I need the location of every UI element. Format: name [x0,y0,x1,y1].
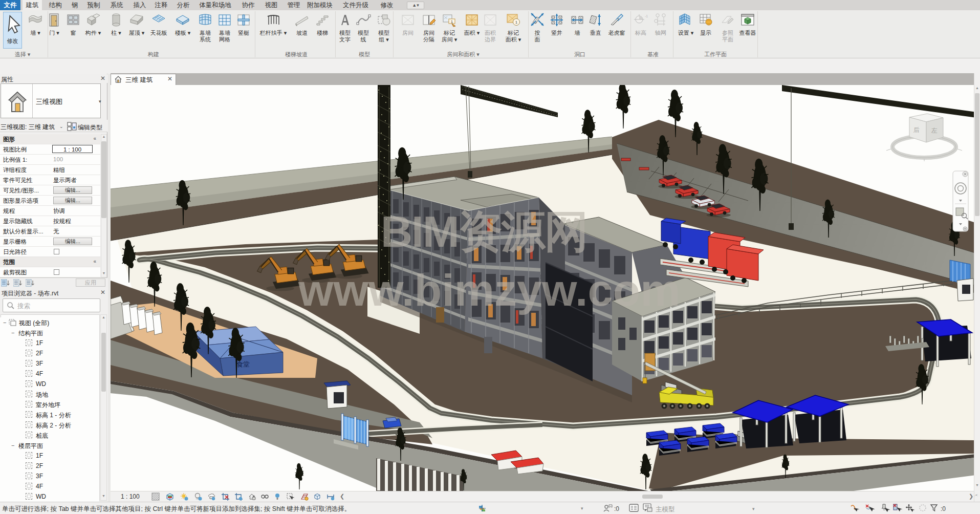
svg-text:左: 左 [931,127,938,134]
svg-text:1: 1 [515,20,518,25]
svg-text:BIM资源网: BIM资源网 [381,207,587,256]
svg-text:食堂: 食堂 [236,360,250,368]
svg-text:1: 1 [451,19,453,24]
svg-text:后: 后 [913,126,920,134]
svg-text:-1: -1 [645,14,648,18]
svg-text:www.bimzyw.com: www.bimzyw.com [298,265,681,315]
